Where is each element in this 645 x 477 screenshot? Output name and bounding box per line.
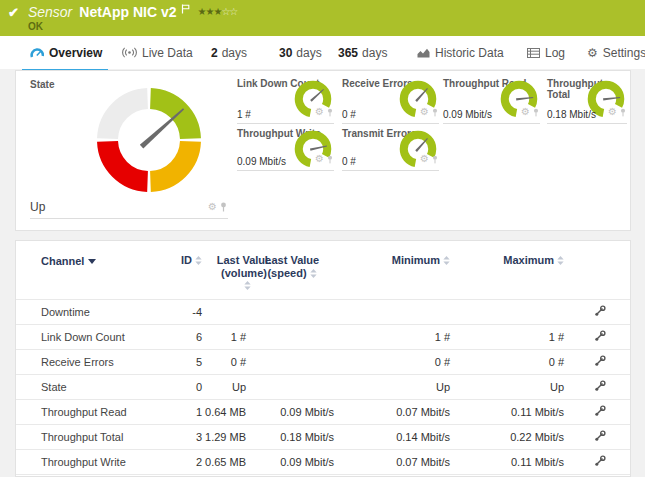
- gear-icon[interactable]: ⚙: [208, 202, 217, 212]
- gauge-value: 0 #: [342, 109, 356, 120]
- gear-icon: ⚙: [587, 47, 598, 59]
- tab-30-days[interactable]: 30 days: [279, 46, 322, 69]
- gauge-tile-throughput-read: Throughput Read 0.09 Mbit/s ⚙: [443, 78, 540, 124]
- pin-icon[interactable]: [432, 103, 438, 121]
- stars-filled[interactable]: ★★★: [198, 6, 222, 17]
- state-gauge: [94, 85, 204, 195]
- gauge-value: 0.18 Mbit/s: [547, 109, 596, 120]
- tab-settings[interactable]: ⚙ Settings: [587, 46, 645, 69]
- sensor-status-bar: ✔ Sensor NetApp NIC v2 ★★★☆☆ OK: [0, 0, 645, 36]
- sort-icon: [195, 255, 202, 267]
- area-chart-icon: [417, 47, 430, 61]
- pin-icon[interactable]: [327, 103, 333, 121]
- gauge-tile-receive-errors: Receive Errors 0 # ⚙: [342, 78, 439, 124]
- col-header-minimum[interactable]: Minimum: [336, 241, 452, 300]
- live-data-icon: [122, 47, 137, 61]
- gauge-icon: [30, 47, 44, 61]
- channel-table: Channel ID Last Value (volume) Last Valu…: [16, 241, 630, 477]
- gauge-value: 1 #: [237, 109, 251, 120]
- channel-name: Throughput Read: [16, 400, 166, 425]
- gauge-value: 0.09 Mbit/s: [237, 156, 286, 167]
- gauge-value: 0 #: [342, 156, 356, 167]
- channel-name: Throughput Total: [16, 425, 166, 450]
- channel-name: Link Down Count: [16, 325, 166, 350]
- gear-icon[interactable]: ⚙: [420, 154, 429, 164]
- sort-icon: [310, 268, 317, 280]
- channel-settings-icon[interactable]: [594, 432, 606, 444]
- channel-settings-icon[interactable]: [594, 357, 606, 369]
- channel-name: State: [16, 375, 166, 400]
- col-header-id[interactable]: ID: [166, 241, 204, 300]
- tab-number: 30: [279, 46, 292, 60]
- tab-label: Historic Data: [435, 46, 504, 60]
- tab-2-days[interactable]: 2 days: [211, 46, 247, 69]
- sort-icon: [557, 255, 564, 267]
- table-row: State0UpUpUp: [16, 375, 630, 400]
- state-value: Up: [30, 200, 45, 214]
- channel-name: Downtime: [16, 300, 166, 325]
- channel-settings-icon[interactable]: [594, 457, 606, 469]
- tab-number: 2: [211, 46, 218, 60]
- channel-settings-icon[interactable]: [594, 332, 606, 344]
- table-row: Throughput Read10.64 MB0.09 Mbit/s0.07 M…: [16, 400, 630, 425]
- channel-settings-icon[interactable]: [594, 307, 606, 319]
- channel-name: Receive Errors: [16, 350, 166, 375]
- table-row: Receive Errors50 #0 #0 #: [16, 350, 630, 375]
- tab-label: Live Data: [142, 46, 193, 60]
- channel-table-panel: Channel ID Last Value (volume) Last Valu…: [15, 240, 631, 477]
- tab-label: days: [296, 46, 321, 60]
- mini-gauge-needle: [415, 88, 428, 102]
- overview-panel: State Up ⚙ Link Down Count 1 # ⚙ Receive…: [15, 70, 631, 231]
- gauge-tile-throughput-total: Throughput Total 0.18 Mbit/s ⚙: [547, 78, 627, 124]
- gear-icon[interactable]: ⚙: [315, 107, 324, 117]
- tab-365-days[interactable]: 365 days: [338, 46, 387, 69]
- mini-gauge-needle: [310, 89, 324, 102]
- pin-icon[interactable]: [533, 103, 539, 121]
- gear-icon[interactable]: ⚙: [608, 107, 617, 117]
- tab-historic-data[interactable]: Historic Data: [417, 46, 504, 69]
- state-gauge-tile: State Up ⚙: [30, 79, 228, 219]
- pin-icon[interactable]: [432, 150, 438, 168]
- tab-bar: Overview Live Data 2 days 30 days 365 da…: [0, 36, 645, 69]
- tab-label: Log: [545, 46, 565, 60]
- tab-log[interactable]: Log: [527, 46, 565, 69]
- tab-label: days: [222, 46, 247, 60]
- tab-overview[interactable]: Overview: [30, 46, 102, 69]
- sort-caret-icon: [88, 254, 96, 266]
- table-row: Throughput Total31.29 MB0.18 Mbit/s0.14 …: [16, 425, 630, 450]
- col-header-maximum[interactable]: Maximum: [452, 241, 566, 300]
- log-icon: [527, 47, 540, 61]
- col-header-channel[interactable]: Channel: [16, 241, 166, 300]
- channel-settings-icon[interactable]: [594, 382, 606, 394]
- gear-icon[interactable]: ⚙: [420, 107, 429, 117]
- tab-number: 365: [338, 46, 358, 60]
- sensor-kind-label: Sensor: [28, 4, 72, 20]
- sort-icon: [443, 255, 450, 267]
- stars-empty[interactable]: ☆☆: [221, 6, 237, 17]
- col-header-last-value-volume[interactable]: Last Value (volume): [204, 241, 248, 300]
- pin-icon[interactable]: [220, 198, 227, 216]
- star-rating[interactable]: ★★★☆☆: [198, 6, 238, 17]
- pin-icon[interactable]: [327, 150, 333, 168]
- gauge-tile-transmit-errors: Transmit Errors 0 # ⚙: [342, 128, 439, 171]
- table-row: Downtime-4: [16, 300, 630, 325]
- status-text: OK: [28, 21, 43, 32]
- table-row: Link Down Count61 #1 #1 #: [16, 325, 630, 350]
- gauge-tile-throughput-write: Throughput Write 0.09 Mbit/s ⚙: [237, 128, 334, 171]
- tab-label: Overview: [49, 46, 102, 60]
- flag-icon[interactable]: [181, 0, 190, 18]
- channel-name: Throughput Write: [16, 450, 166, 475]
- status-check-icon: ✔: [8, 5, 19, 20]
- gear-icon[interactable]: ⚙: [315, 154, 324, 164]
- table-row: Throughput Write20.65 MB0.09 Mbit/s0.07 …: [16, 450, 630, 475]
- tab-label: Settings: [603, 46, 645, 60]
- gauge-value: 0.09 Mbit/s: [443, 109, 492, 120]
- gauge-tile-link-down-count: Link Down Count 1 # ⚙: [237, 78, 334, 124]
- sensor-title: NetApp NIC v2: [79, 4, 176, 20]
- gear-icon[interactable]: ⚙: [521, 107, 530, 117]
- tab-live-data[interactable]: Live Data: [122, 46, 193, 69]
- pin-icon[interactable]: [620, 103, 626, 121]
- tab-label: days: [362, 46, 387, 60]
- channel-settings-icon[interactable]: [594, 407, 606, 419]
